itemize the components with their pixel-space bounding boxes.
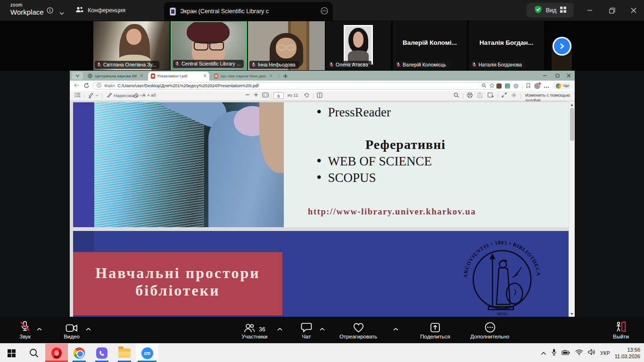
pdf-viewer[interactable]: •PressReader Реферативні •WEB OF SCIENCE… <box>70 101 569 317</box>
settings-gear-icon[interactable] <box>511 92 517 98</box>
toolbar-extensions-area: Чат <box>496 82 573 90</box>
rotate-icon[interactable] <box>304 92 309 98</box>
audio-button[interactable]: Звук <box>13 317 37 343</box>
tray-mic-icon[interactable] <box>551 348 557 358</box>
tab-search-chevron[interactable] <box>72 72 83 80</box>
tab-shared-screen-label: Экран (Central Scientific Library с <box>180 8 316 15</box>
pdf-page-6: •PressReader Реферативні •WEB OF SCIENCE… <box>73 102 569 227</box>
zoom-out-icon[interactable] <box>245 92 250 97</box>
taskbar-viber-button[interactable] <box>91 344 113 362</box>
chat-options-chevron[interactable] <box>320 324 325 333</box>
pdf-scrollbar[interactable] <box>569 101 575 317</box>
page-info-icon[interactable] <box>97 83 101 89</box>
browser-menu-icon[interactable] <box>544 82 549 90</box>
taskbar-opera-button[interactable] <box>45 344 68 362</box>
address-url-field[interactable]: Файл C:/Users/user/Desktop/Для%201%20кур… <box>92 82 499 90</box>
language-indicator[interactable]: УКР <box>600 350 610 356</box>
favorites-icon[interactable] <box>526 82 531 90</box>
video-tile-5[interactable]: Валерій Коломі... Валерій Коломієць <box>393 21 467 70</box>
extension-icon[interactable] <box>513 83 519 89</box>
share-screen-button[interactable]: Поделиться <box>414 317 456 343</box>
react-options-chevron[interactable] <box>393 324 398 333</box>
tray-wifi-icon[interactable] <box>575 349 583 357</box>
save-as-icon[interactable] <box>487 92 494 98</box>
search-document-icon[interactable] <box>454 92 459 98</box>
participants-count: 36 <box>259 326 265 333</box>
bullet-text: WEB OF SCIENCE <box>328 154 432 168</box>
tray-volume-icon[interactable] <box>588 349 595 357</box>
tray-battery-icon[interactable] <box>561 349 570 357</box>
close-icon[interactable] <box>623 0 644 21</box>
tab-shared-screen[interactable]: Экран (Central Scientific Library с <box>164 2 333 21</box>
restore-button[interactable] <box>602 0 622 21</box>
participants-label: Участники <box>242 334 268 339</box>
chevron-down-icon[interactable] <box>59 8 64 17</box>
zoom-page-icon[interactable] <box>481 83 487 89</box>
video-tile-6[interactable]: Наталія Богдан... Наталія Богданова <box>469 21 544 70</box>
taskbar-clock[interactable]: 13:56 11.03.2026 <box>615 346 640 360</box>
text-tool-icon[interactable]: аб <box>151 92 156 98</box>
slide-bullet-pressreader: •PressReader <box>317 105 391 120</box>
participants-button[interactable]: 36 Участники <box>238 317 271 343</box>
more-button[interactable]: Дополнительно <box>464 317 516 343</box>
view-button[interactable]: Вид <box>527 3 574 17</box>
participants-options-chevron[interactable] <box>277 324 282 333</box>
browser-tab-library[interactable]: Центральна наукова бібліотека <box>85 72 146 81</box>
fullscreen-icon[interactable] <box>502 92 507 98</box>
extension-icon[interactable] <box>496 83 502 89</box>
scroll-up-arrow[interactable] <box>570 104 573 106</box>
video-tile-1[interactable]: Світлана Олегівна Зу... <box>93 21 170 70</box>
chat-button[interactable]: Чат <box>296 317 317 343</box>
browser-restore-button[interactable] <box>552 71 563 81</box>
eraser-icon[interactable] <box>133 92 139 98</box>
zoom-in-icon[interactable] <box>254 92 258 97</box>
fit-width-icon[interactable] <box>262 92 269 98</box>
tab-options-icon[interactable] <box>321 7 328 16</box>
video-button[interactable]: Видео <box>58 317 85 343</box>
video-tile-3[interactable]: Інна Нефьодова <box>248 21 325 70</box>
video-tile-4[interactable]: Олена Атаєва <box>326 21 391 70</box>
start-button[interactable] <box>0 344 23 362</box>
profile-avatar[interactable] <box>534 83 540 89</box>
refresh-icon[interactable] <box>83 82 90 90</box>
browser-close-button[interactable] <box>563 71 574 81</box>
video-tile-2-active-speaker[interactable]: Central Scientific Library ... <box>171 21 247 70</box>
close-tab-icon[interactable] <box>203 74 206 78</box>
page-number-input[interactable]: 6 <box>273 92 284 99</box>
mic-muted-icon <box>396 62 401 67</box>
highlighter-icon[interactable] <box>88 92 99 99</box>
leave-meeting-button[interactable]: Выйти <box>609 317 633 343</box>
extension-icon[interactable] <box>505 83 510 89</box>
tab-meeting[interactable]: Конференция <box>75 0 125 21</box>
back-icon[interactable] <box>74 82 80 90</box>
participant-display-name: Валерій Коломі... <box>393 39 467 46</box>
close-tab-icon[interactable] <box>140 74 143 78</box>
bookmark-star-icon[interactable] <box>489 83 495 89</box>
participant-face <box>126 29 141 45</box>
react-button[interactable]: Отреагировать <box>330 317 387 343</box>
minimize-button[interactable] <box>579 0 600 21</box>
clock-date: 11.03.2026 <box>615 353 640 360</box>
scroll-down-arrow[interactable] <box>570 313 573 315</box>
browser-minimize-button[interactable] <box>539 71 550 81</box>
taskbar-explorer-button[interactable] <box>113 344 136 362</box>
browser-tab-databases[interactable]: Що таке наукові бази даних.pdf <box>211 72 275 81</box>
taskbar-chrome-button[interactable] <box>68 344 91 362</box>
new-tab-button[interactable] <box>283 72 288 81</box>
info-icon[interactable] <box>47 7 53 16</box>
participant-display-name: Наталія Богдан... <box>469 39 544 46</box>
pdf-contents-icon[interactable] <box>74 92 81 98</box>
next-participants-button[interactable] <box>554 38 570 54</box>
page-layout-icon[interactable] <box>317 92 322 98</box>
video-options-chevron[interactable] <box>86 324 91 333</box>
close-tab-icon[interactable] <box>269 74 272 78</box>
read-aloud-icon[interactable]: A <box>142 92 150 98</box>
taskbar-zoom-button[interactable]: zm <box>136 344 158 362</box>
audio-options-chevron[interactable] <box>37 324 42 333</box>
scrollbar-thumb[interactable] <box>570 108 574 141</box>
print-icon[interactable] <box>467 92 473 98</box>
browser-tab-presentation-active[interactable]: Presentation I.pdf <box>148 72 209 81</box>
tray-expand-chevron[interactable] <box>541 349 546 357</box>
copilot-chat-button[interactable]: Чат <box>553 82 573 90</box>
taskbar-search-button[interactable] <box>23 344 45 362</box>
